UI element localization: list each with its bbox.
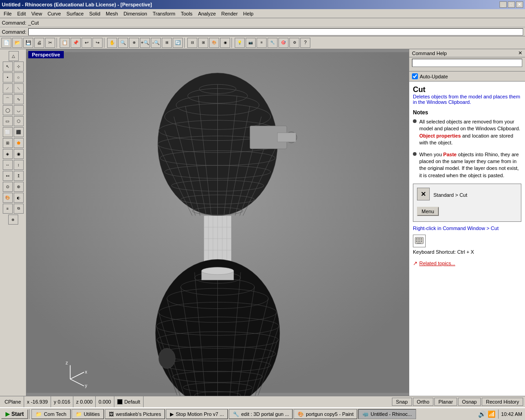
cmd-help-search[interactable]	[412, 59, 522, 67]
menu-view[interactable]: View	[29, 10, 45, 17]
cmd-help-scrollable[interactable]: Cut Deletes objects from the model and p…	[409, 82, 525, 396]
tb-camera[interactable]: 📷	[246, 38, 256, 48]
lt-select2[interactable]: ⊹	[14, 61, 24, 72]
lt-analyze2[interactable]: ⊛	[14, 182, 24, 192]
lt-arc[interactable]: ◡	[14, 105, 24, 115]
lt-line2[interactable]: ⟍	[14, 83, 24, 93]
close-button[interactable]: ✕	[516, 1, 523, 8]
menu-surface[interactable]: Surface	[64, 10, 87, 17]
menu-edit[interactable]: Edit	[15, 10, 29, 17]
taskbar-time: 10:42 AM	[501, 411, 522, 417]
lt-surface2[interactable]: ⬛	[14, 127, 24, 137]
title-bar-controls[interactable]: _ □ ✕	[499, 1, 523, 8]
planar-button[interactable]: Planar	[434, 398, 457, 406]
tb-rotate[interactable]: 🔄	[173, 38, 183, 48]
lt-transform2[interactable]: ↕	[14, 160, 24, 170]
ortho-button[interactable]: Ortho	[413, 398, 434, 406]
menu-analyze[interactable]: Analyze	[195, 10, 218, 17]
tb-zoom-in[interactable]: +🔍	[140, 38, 150, 48]
cmd-help-description: Deletes objects from the model and place…	[413, 94, 521, 105]
taskbar-item-portalgun[interactable]: 🔧 edit : 3D portal gun ...	[229, 409, 293, 419]
command-input[interactable]	[28, 28, 523, 36]
taskbar-item-paint[interactable]: 🎨 portgun copy5 - Paint	[293, 409, 357, 419]
lt-mesh2[interactable]: ⬟	[14, 138, 24, 148]
tb-snap[interactable]: 🎯	[278, 38, 288, 48]
lt-layer[interactable]: ≡	[3, 204, 13, 214]
menu-help[interactable]: Help	[241, 10, 257, 17]
minimize-button[interactable]: _	[499, 1, 507, 8]
lt-render2[interactable]: ◐	[14, 193, 24, 203]
tb-save[interactable]: 💾	[23, 38, 33, 48]
taskbar-item-rhino[interactable]: 🦏 Untitled - Rhinoc...	[358, 409, 416, 419]
menu-curve[interactable]: Curve	[45, 10, 63, 17]
tb-copy[interactable]: 📋	[60, 38, 70, 48]
taskbar-item-comtech[interactable]: 📁 Com Tech	[31, 409, 70, 419]
tb-layers[interactable]: ≡	[257, 38, 267, 48]
menu-dimension[interactable]: Dimension	[121, 10, 150, 17]
cmd-help-close-button[interactable]: ✕	[518, 50, 522, 56]
lt-transform[interactable]: ↔	[3, 160, 13, 170]
tb-undo[interactable]: ↩	[82, 38, 92, 48]
tb-render-preview[interactable]: 🎨	[209, 38, 219, 48]
auto-update-checkbox[interactable]	[412, 73, 418, 79]
tb-properties[interactable]: 🔧	[268, 38, 278, 48]
lt-analyze[interactable]: ⊙	[3, 182, 13, 192]
lt-mesh[interactable]: ⊞	[3, 138, 13, 148]
viewport-label: Perspective	[28, 51, 64, 58]
tb-cut2[interactable]: ✂	[45, 38, 55, 48]
lt-rect[interactable]: ▭	[3, 116, 13, 126]
lt-dim[interactable]: ↤	[3, 171, 13, 181]
tb-new[interactable]: 📄	[1, 38, 11, 48]
tb-zoom-out[interactable]: -🔍	[151, 38, 161, 48]
tb-help[interactable]: ?	[300, 38, 310, 48]
taskbar-item-stopmotion[interactable]: ▶ Stop Motion Pro v7 ...	[166, 409, 228, 419]
snap-button[interactable]: Snap	[392, 398, 412, 406]
lt-line[interactable]: ⟋	[3, 83, 13, 93]
tb-view2[interactable]: ⊞	[198, 38, 208, 48]
menu-tools[interactable]: Tools	[178, 10, 196, 17]
lt-misc[interactable]: ⧉	[14, 204, 24, 214]
tb-zoom-win[interactable]: ⊕	[129, 38, 139, 48]
menu-file[interactable]: File	[1, 10, 15, 17]
osnap-button[interactable]: Osnap	[458, 398, 481, 406]
record-history-button[interactable]: Record History	[482, 398, 523, 406]
tb-view1[interactable]: ⊟	[187, 38, 197, 48]
tb-print[interactable]: 🖨	[34, 38, 44, 48]
menu-button[interactable]: Menu	[417, 207, 439, 216]
lt-surface[interactable]: ⬜	[3, 127, 13, 137]
lt-render[interactable]: 🎨	[3, 193, 13, 203]
maximize-button[interactable]: □	[508, 1, 515, 8]
tb-settings[interactable]: ⚙	[289, 38, 299, 48]
lt-points2[interactable]: ○	[14, 72, 24, 82]
tb-pan[interactable]: ✋	[107, 38, 117, 48]
related-topics-link[interactable]: Related topics...	[419, 261, 455, 266]
tb-zoom-all[interactable]: ⊞	[162, 38, 172, 48]
lt-select[interactable]: ↖	[3, 61, 13, 72]
lt-curve2[interactable]: ∿	[14, 94, 24, 104]
lt-arrow-up[interactable]: △	[9, 51, 19, 61]
tb-shading[interactable]: ◉	[220, 38, 230, 48]
lt-solid[interactable]: ◈	[3, 149, 13, 159]
menu-transform[interactable]: Transform	[150, 10, 178, 17]
start-button[interactable]: ▶ Start	[1, 409, 28, 419]
tb-paste[interactable]: 📌	[71, 38, 81, 48]
main-content: △ ↖ ⊹ • ○ ⟋ ⟍ ⌒ ∿ ◯ ◡ ▭ ⬡ ⬜ ⬛	[0, 49, 525, 396]
lt-dim2[interactable]: ↥	[14, 171, 24, 181]
cmd-help-inner: Cut Deletes objects from the model and p…	[409, 82, 525, 270]
menu-solid[interactable]: Solid	[87, 10, 103, 17]
taskbar-item-utilities[interactable]: 📁 Utilities	[72, 409, 104, 419]
lt-snap-icon[interactable]: ⊕	[8, 215, 18, 225]
lt-circle[interactable]: ◯	[3, 105, 13, 115]
taskbar-item-pictures[interactable]: 🖼 westlakeb's Pictures	[105, 409, 165, 419]
menu-render[interactable]: Render	[219, 10, 241, 17]
tb-lights[interactable]: 💡	[235, 38, 245, 48]
tb-open[interactable]: 📂	[12, 38, 22, 48]
lt-points[interactable]: •	[3, 72, 13, 82]
lt-polygon[interactable]: ⬡	[14, 116, 24, 126]
tb-zoom-ext[interactable]: 🔍	[118, 38, 128, 48]
menu-mesh[interactable]: Mesh	[103, 10, 121, 17]
lt-solid2[interactable]: ◉	[14, 149, 24, 159]
lt-curve[interactable]: ⌒	[3, 94, 13, 104]
tb-redo[interactable]: ↪	[93, 38, 103, 48]
viewport-perspective[interactable]: Perspective	[26, 49, 409, 396]
